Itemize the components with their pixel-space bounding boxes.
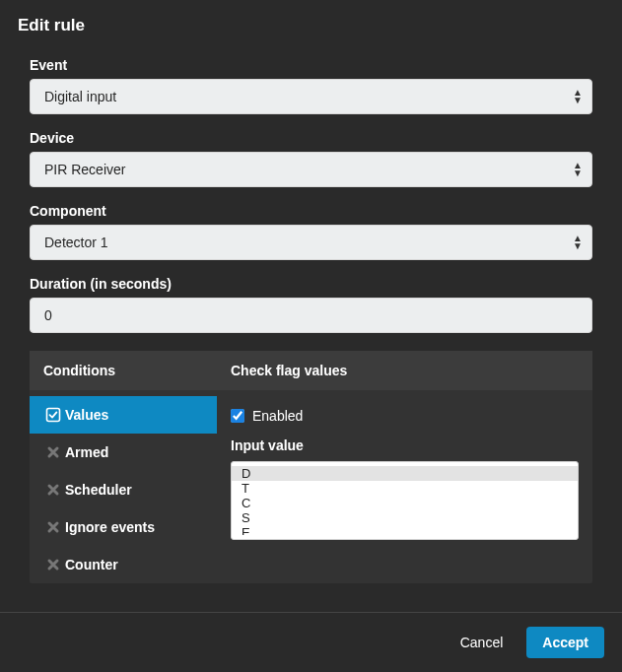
component-select[interactable]: Detector 1 <box>30 225 592 260</box>
accept-button[interactable]: Accept <box>526 627 604 658</box>
input-value-listbox[interactable]: D T C S E <box>232 466 578 535</box>
component-group: Component Detector 1 ▲▼ <box>30 203 592 260</box>
input-value-listbox-wrap: D T C S E <box>231 461 579 540</box>
tab-values[interactable]: Values <box>30 396 217 434</box>
conditions-tabs: Values Armed Scheduler <box>30 390 217 583</box>
tab-scheduler[interactable]: Scheduler <box>30 471 217 508</box>
tab-label: Armed <box>65 444 108 460</box>
list-item[interactable]: E <box>232 525 578 535</box>
x-icon <box>45 557 61 572</box>
device-select[interactable]: PIR Receiver <box>30 152 592 187</box>
enabled-row: Enabled <box>231 408 579 424</box>
component-select-wrap: Detector 1 ▲▼ <box>30 225 592 260</box>
enabled-label: Enabled <box>252 408 303 424</box>
tab-armed[interactable]: Armed <box>30 434 217 471</box>
event-label: Event <box>30 57 592 73</box>
input-value-label: Input value <box>231 437 579 453</box>
tab-label: Counter <box>65 557 118 572</box>
dialog-header: Edit rule <box>0 0 622 47</box>
dialog-title: Edit rule <box>18 16 604 35</box>
list-item[interactable]: C <box>232 496 578 510</box>
cancel-button[interactable]: Cancel <box>445 627 519 658</box>
conditions-heading: Conditions <box>30 351 217 390</box>
x-icon <box>45 444 61 460</box>
tab-counter[interactable]: Counter <box>30 546 217 583</box>
component-label: Component <box>30 203 592 219</box>
edit-rule-dialog: Edit rule Event Digital input ▲▼ Device … <box>0 0 622 672</box>
device-label: Device <box>30 130 592 146</box>
conditions-body: Values Armed Scheduler <box>30 390 592 583</box>
list-item[interactable]: D <box>232 466 578 481</box>
tab-label: Ignore events <box>65 519 155 535</box>
x-icon <box>45 482 61 498</box>
dialog-body: Event Digital input ▲▼ Device PIR Receiv… <box>0 47 622 612</box>
duration-label: Duration (in seconds) <box>30 276 592 292</box>
enabled-checkbox[interactable] <box>231 409 244 423</box>
dialog-footer: Cancel Accept <box>0 612 622 672</box>
device-select-wrap: PIR Receiver ▲▼ <box>30 152 592 187</box>
x-icon <box>45 519 61 535</box>
svg-rect-0 <box>47 409 60 422</box>
list-item[interactable]: S <box>232 510 578 525</box>
tab-label: Scheduler <box>65 482 132 498</box>
duration-group: Duration (in seconds) <box>30 276 592 333</box>
conditions-panel: Conditions Check flag values Values <box>30 351 592 583</box>
list-item[interactable]: T <box>232 481 578 496</box>
duration-input[interactable] <box>30 298 592 333</box>
event-select-wrap: Digital input ▲▼ <box>30 79 592 114</box>
check-square-icon <box>45 407 61 423</box>
conditions-content: Enabled Input value D T C S E <box>217 390 592 583</box>
device-group: Device PIR Receiver ▲▼ <box>30 130 592 187</box>
event-group: Event Digital input ▲▼ <box>30 57 592 114</box>
event-select[interactable]: Digital input <box>30 79 592 114</box>
conditions-subheading: Check flag values <box>217 351 592 390</box>
conditions-header: Conditions Check flag values <box>30 351 592 390</box>
tab-ignore-events[interactable]: Ignore events <box>30 508 217 546</box>
tab-label: Values <box>65 407 108 423</box>
